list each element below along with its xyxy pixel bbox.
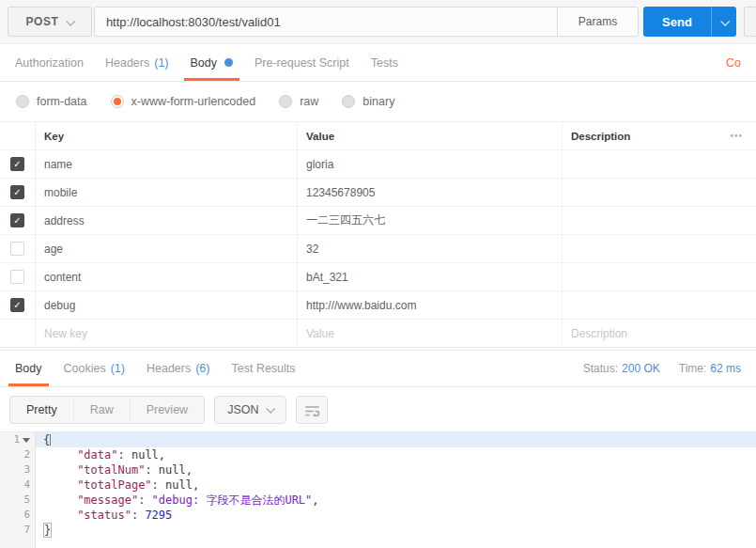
editor-empty-space xyxy=(36,538,756,548)
header-check-cell xyxy=(0,122,36,149)
checkbox-checked[interactable]: ✓ xyxy=(10,298,24,312)
row-key-cell[interactable]: name xyxy=(36,150,297,178)
row-key-cell[interactable]: content xyxy=(36,263,297,290)
code-token: : xyxy=(117,448,131,462)
wrap-text-button[interactable] xyxy=(296,396,328,424)
row-value-cell[interactable]: 12345678905 xyxy=(297,179,562,206)
body-mode-form-data[interactable]: form-data xyxy=(16,95,87,108)
format-select[interactable]: JSON xyxy=(214,396,286,424)
tab-label: Headers xyxy=(147,362,191,375)
radio-icon xyxy=(16,95,29,108)
row-check-cell: ✓ xyxy=(0,179,36,206)
tab-authorization[interactable]: Authorization xyxy=(15,44,84,81)
code-token: "totalNum" xyxy=(77,463,145,477)
code-token: null xyxy=(165,478,193,492)
code-link[interactable]: Co xyxy=(726,56,741,70)
response-tab-headers[interactable]: Headers(6) xyxy=(147,351,210,386)
tab-headers[interactable]: Headers(1) xyxy=(105,44,169,81)
row-value-cell[interactable]: gloria xyxy=(297,150,562,178)
row-check-cell: ✓ xyxy=(0,150,36,178)
tab-count: (1) xyxy=(154,56,168,70)
send-button[interactable]: Send xyxy=(643,7,711,37)
line-number-gutter: 1 xyxy=(0,432,36,447)
method-label: POST xyxy=(26,15,59,28)
new-value-input[interactable]: Value xyxy=(297,320,562,347)
table-rows: ✓namegloria✓mobile12345678905✓address一二三… xyxy=(0,150,756,348)
body-mode-x-www-form-urlencoded[interactable]: x-www-form-urlencoded xyxy=(111,95,256,108)
view-mode-pretty[interactable]: Pretty xyxy=(10,397,74,423)
code-token: "data" xyxy=(77,448,117,462)
response-tab-test-results[interactable]: Test Results xyxy=(231,351,295,386)
body-mode-binary[interactable]: binary xyxy=(342,95,394,108)
body-mode-label: x-www-form-urlencoded xyxy=(131,95,256,108)
response-body-editor[interactable]: 1{2 "data": null,3 "totalNum": null,4 "t… xyxy=(0,431,756,548)
code-token: "status" xyxy=(77,509,131,522)
row-key-cell[interactable]: age xyxy=(36,235,297,262)
tab-label: Headers xyxy=(105,56,149,70)
params-button[interactable]: Params xyxy=(557,8,638,36)
line-number-gutter: 5 xyxy=(0,493,36,508)
row-key-cell[interactable]: debug xyxy=(36,291,297,319)
tab-label: Pre-request Script xyxy=(255,56,349,70)
response-tabs: BodyCookies(1)Headers(6)Test Results xyxy=(15,351,317,386)
row-description-cell[interactable] xyxy=(562,207,756,234)
response-meta: Status:200 OK Time:62 ms xyxy=(583,351,741,386)
code-token: , xyxy=(193,478,199,492)
new-description-input[interactable]: Description xyxy=(562,320,756,347)
code-token: "totalPage" xyxy=(77,478,151,492)
code-token: } xyxy=(43,523,52,538)
send-dropdown-button[interactable] xyxy=(711,7,736,37)
checkbox-unchecked[interactable] xyxy=(10,270,24,284)
fold-toggle-icon[interactable] xyxy=(23,438,30,443)
tab-body[interactable]: Body xyxy=(191,44,234,81)
row-description-cell[interactable] xyxy=(562,150,756,178)
text-cursor xyxy=(50,434,51,446)
new-key-input[interactable]: New key xyxy=(36,320,297,347)
method-select[interactable]: POST xyxy=(8,7,92,37)
row-key-cell[interactable]: address xyxy=(36,207,297,234)
code-line-text: "data": null, xyxy=(36,447,756,462)
line-number-gutter: 3 xyxy=(0,462,36,478)
row-description-cell[interactable] xyxy=(562,235,756,262)
code-line: 2 "data": null, xyxy=(0,447,756,462)
request-tabs-row: AuthorizationHeaders(1)BodyPre-request S… xyxy=(0,44,756,82)
code-token: , xyxy=(159,448,165,462)
table-row: ✓address一二三四五六七 xyxy=(0,207,756,235)
view-mode-raw[interactable]: Raw xyxy=(74,397,131,423)
row-check-cell xyxy=(0,320,36,347)
row-value-cell[interactable]: http:///www.baidu.com xyxy=(297,291,562,319)
row-value-cell[interactable]: 一二三四五六七 xyxy=(297,207,562,234)
url-input[interactable] xyxy=(95,8,557,36)
table-menu-icon[interactable]: ••• xyxy=(730,131,756,141)
response-tab-body[interactable]: Body xyxy=(15,351,42,386)
tab-pre-request-script[interactable]: Pre-request Script xyxy=(255,44,349,81)
code-token xyxy=(43,463,77,477)
row-description-cell[interactable] xyxy=(562,263,756,290)
response-tab-cookies[interactable]: Cookies(1) xyxy=(64,351,125,386)
line-number: 2 xyxy=(23,447,30,462)
header-key: Key xyxy=(36,122,297,149)
radio-icon xyxy=(342,95,355,108)
row-value-cell[interactable]: 32 xyxy=(297,235,562,262)
code-line-text: "totalNum": null, xyxy=(36,462,756,478)
request-bar: POST Params Send xyxy=(0,0,756,44)
urlencoded-table: Key Value Description ••• ✓namegloria✓mo… xyxy=(0,121,756,348)
new-row-placeholder: New keyValueDescription xyxy=(0,320,756,348)
body-mode-raw[interactable]: raw xyxy=(279,95,318,108)
tab-tests[interactable]: Tests xyxy=(371,44,398,81)
header-description-label: Description xyxy=(571,131,630,142)
view-mode-preview[interactable]: Preview xyxy=(131,397,204,423)
row-value-cell[interactable]: bAt_321 xyxy=(297,263,562,290)
row-description-cell[interactable] xyxy=(562,179,756,206)
row-description-cell[interactable] xyxy=(562,291,756,319)
send-split-button: Send xyxy=(643,7,736,37)
checkbox-checked[interactable]: ✓ xyxy=(10,213,24,227)
radio-icon xyxy=(279,95,292,108)
tab-label: Body xyxy=(15,362,42,375)
save-button-partial[interactable] xyxy=(744,7,756,37)
checkbox-unchecked[interactable] xyxy=(10,242,24,256)
checkbox-checked[interactable]: ✓ xyxy=(10,185,24,199)
checkbox-checked[interactable]: ✓ xyxy=(10,157,24,171)
row-key-cell[interactable]: mobile xyxy=(36,179,297,206)
body-mode-label: raw xyxy=(300,95,318,108)
